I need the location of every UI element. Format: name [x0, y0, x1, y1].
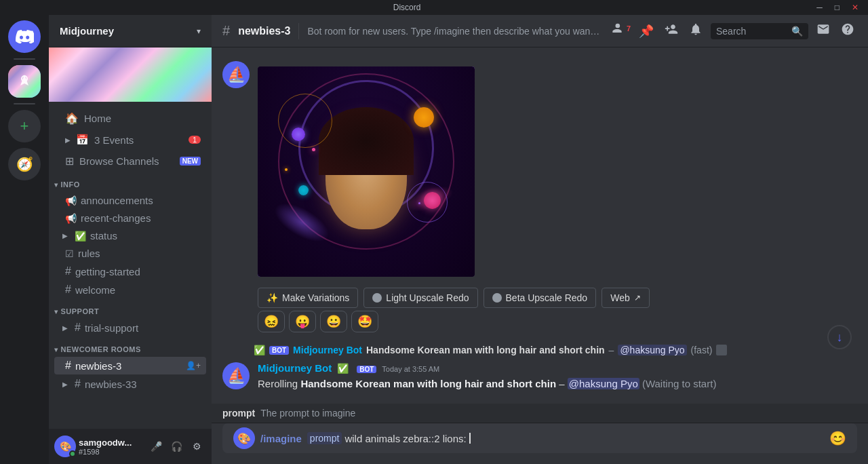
search-placeholder: Search	[716, 26, 789, 37]
channel-status[interactable]: ▶ ✅ status	[54, 227, 206, 244]
channel-welcome[interactable]: # welcome	[54, 281, 206, 298]
channel-name: announcements	[81, 195, 201, 206]
reaction-tongue[interactable]: 😛	[289, 311, 316, 332]
status-online-indicator	[69, 450, 76, 457]
channel-trial-support[interactable]: ▶ # trial-support	[54, 319, 206, 336]
reaction-happy[interactable]: 😀	[320, 311, 347, 332]
external-link-icon: ↗	[634, 293, 641, 303]
bot-avatar: ⛵	[222, 61, 250, 88]
beta-upscale-icon	[492, 293, 502, 303]
explore-servers-button[interactable]: 🧭	[8, 148, 41, 180]
sidebar-item-events[interactable]: ▶ 📅 3 Events 1	[54, 130, 206, 150]
add-member-header-icon[interactable]	[662, 20, 681, 42]
search-bar[interactable]: Search 🔍	[711, 23, 808, 39]
verified-icon-2: ✅	[337, 363, 349, 374]
hashtag-icon: ✅	[75, 231, 86, 241]
channel-name: newbies-3	[75, 360, 186, 372]
server-name: Midjourney	[60, 25, 114, 37]
message-input-field[interactable]: prompt wild animals zebra::2 lions:	[307, 425, 824, 451]
browse-channels-label: Browse Channels	[79, 155, 180, 167]
scroll-down-icon: ↓	[837, 330, 843, 345]
reaction-star-eyes[interactable]: 🤩	[351, 311, 378, 332]
user-area: 🎨 samgoodw... #1598 🎤 🎧 ⚙	[49, 429, 212, 464]
waiting-status: (Waiting to start)	[642, 378, 716, 389]
hash-icon-2: #	[65, 284, 71, 296]
web-button[interactable]: Web ↗	[601, 288, 650, 308]
channel-announcements[interactable]: 📢 announcements	[54, 192, 206, 209]
mute-button[interactable]: 🎤	[146, 437, 165, 456]
user-discriminator: #1598	[79, 448, 144, 456]
category-arrow-icon: ▾	[54, 181, 58, 189]
deafen-button[interactable]: 🎧	[167, 437, 186, 456]
channel-name: status	[90, 230, 201, 241]
category-arrow-icon-2: ▾	[54, 308, 58, 315]
beta-upscale-redo-button[interactable]: Beta Upscale Redo	[484, 288, 597, 308]
message-author-2: Midjourney Bot	[258, 362, 332, 374]
channel-newbies-3[interactable]: # newbies-3 👤+	[54, 357, 206, 374]
verified-icon: ✅	[254, 345, 265, 355]
sidebar-item-home[interactable]: 🏠 Home	[54, 108, 206, 129]
inbox-icon[interactable]	[814, 20, 833, 42]
make-variations-button[interactable]: ✨ Make Variations	[258, 288, 358, 308]
search-icon: 🔍	[791, 26, 803, 37]
light-upscale-icon	[372, 293, 382, 303]
pin-icon[interactable]: 📌	[636, 21, 656, 41]
maximize-button[interactable]: □	[831, 1, 844, 14]
discord-home-button[interactable]	[8, 20, 41, 53]
mention-user: @haksung Pyo	[568, 378, 639, 389]
channel-recent-changes[interactable]: 📢 recent-changes	[54, 210, 206, 227]
server-header[interactable]: Midjourney ▾	[49, 15, 212, 47]
server-list: + 🧭	[0, 15, 49, 464]
category-newcomer-rooms[interactable]: ▾ NEWCOMER ROOMS	[49, 337, 212, 356]
prompt-tag: prompt	[307, 432, 342, 444]
category-label-info: INFO	[61, 180, 80, 189]
user-controls: 🎤 🎧 ⚙	[146, 437, 206, 456]
events-arrow-icon: ▶	[65, 136, 71, 144]
channel-getting-started[interactable]: # getting-started	[54, 263, 206, 280]
light-upscale-redo-button[interactable]: Light Upscale Redo	[363, 288, 477, 308]
channel-rules[interactable]: ☑ rules	[54, 245, 206, 262]
help-icon[interactable]	[838, 20, 857, 42]
emoji-picker-button[interactable]: 😊	[829, 423, 846, 453]
ai-generated-image	[258, 66, 475, 277]
calendar-icon: 📅	[76, 134, 89, 146]
members-icon[interactable]	[608, 20, 627, 42]
scroll-to-bottom-button[interactable]: ↓	[827, 325, 852, 349]
minimize-button[interactable]: ─	[812, 1, 827, 14]
server-icon-midjourney[interactable]	[8, 65, 41, 98]
new-badge: NEW	[180, 157, 201, 166]
generated-image	[258, 66, 475, 277]
text-cursor	[469, 433, 471, 444]
hash-icon-4: #	[65, 360, 71, 372]
announce-icon-2: 📢	[65, 213, 77, 224]
server-separator	[14, 58, 35, 60]
emoji-reactions: 😖 😛 😀 🤩	[258, 311, 857, 332]
message-group-1: ⛵	[212, 58, 868, 338]
sidebar-item-browse-channels[interactable]: ⊞ Browse Channels NEW	[54, 151, 206, 172]
home-icon: 🏠	[65, 112, 79, 125]
channel-newbies-33[interactable]: ▶ # newbies-33	[54, 375, 206, 393]
home-label: Home	[84, 113, 111, 124]
server-banner	[49, 47, 212, 102]
message-content-2: Rerolling Handsome Korean man with long …	[258, 376, 857, 391]
settings-button[interactable]: ⚙	[187, 437, 206, 456]
category-label-newcomer: NEWCOMER ROOMS	[61, 345, 141, 353]
category-info[interactable]: ▾ INFO	[49, 172, 212, 191]
hash-icon: #	[65, 265, 71, 277]
bot-inline-name: Midjourney Bot	[293, 345, 362, 355]
category-support[interactable]: ▾ SUPPORT	[49, 299, 212, 318]
header-icons: 7 📌 Search 🔍	[608, 20, 857, 42]
bot-avatar-2: ⛵	[222, 362, 250, 389]
bot-badge-inline: BOT	[269, 346, 289, 355]
server-dropdown-icon: ▾	[197, 26, 201, 36]
prompt-placeholder: The prompt to imagine	[260, 408, 355, 419]
hash-icon-5: #	[75, 378, 81, 390]
inline-ref-text: Handsome Korean man with long hair and s…	[366, 345, 605, 355]
events-label: 3 Events	[94, 134, 189, 146]
reaction-tired[interactable]: 😖	[258, 311, 285, 332]
bell-icon[interactable]	[686, 20, 705, 42]
add-server-button[interactable]: +	[8, 110, 41, 142]
channel-header-name: newbies-3	[238, 25, 290, 37]
close-button[interactable]: ✕	[848, 1, 863, 14]
bold-content: Handsome Korean man with long hair and s…	[300, 378, 556, 389]
